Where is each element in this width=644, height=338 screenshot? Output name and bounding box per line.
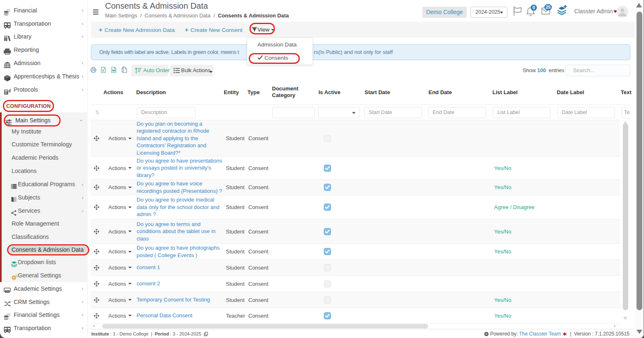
svg-text:csv: csv: [113, 70, 115, 71]
svg-text:G: G: [485, 333, 487, 336]
